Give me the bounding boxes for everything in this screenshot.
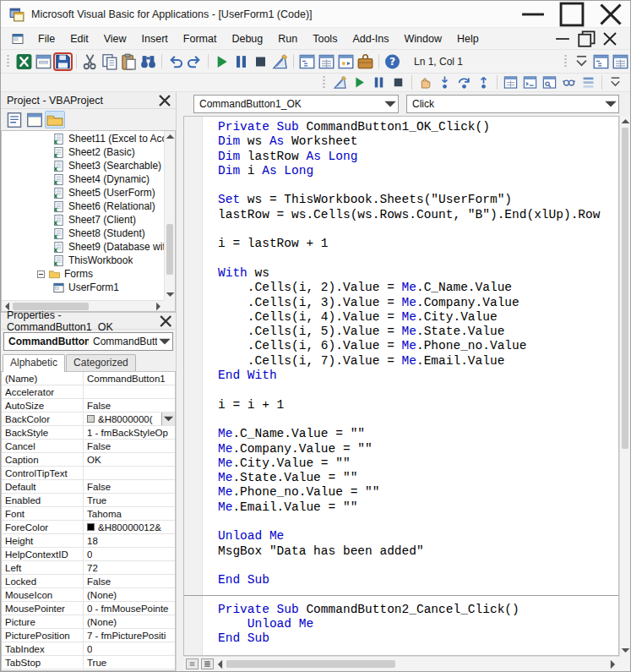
full-module-view-button[interactable] [201, 658, 214, 669]
watch-window-icon[interactable] [540, 74, 559, 90]
code-line[interactable] [203, 559, 618, 573]
minimize-button[interactable] [514, 1, 552, 27]
property-row[interactable]: AutoSizeFalse [2, 399, 175, 412]
code-editor[interactable]: Private Sub CommandButton1_OK_Click()Dim… [183, 116, 619, 656]
property-row[interactable]: CancelFalse [2, 440, 175, 453]
code-line[interactable] [203, 412, 618, 427]
run-icon[interactable] [212, 52, 231, 71]
code-vertical-scrollbar[interactable] [619, 116, 630, 656]
scrollbar-thumb[interactable] [226, 660, 395, 668]
quick-watch-icon[interactable] [559, 74, 579, 90]
tree-item[interactable]: Sheet5 (UserForm) [2, 186, 164, 199]
copy-icon[interactable] [100, 52, 119, 71]
property-value[interactable]: CommandButton1 [84, 372, 175, 385]
property-value[interactable]: 0 [84, 642, 175, 655]
design-mode-icon[interactable] [330, 74, 350, 90]
code-line[interactable]: Unload Me [203, 529, 618, 544]
close-properties-panel-button[interactable] [158, 314, 173, 329]
tree-item[interactable]: Sheet2 (Basic) [2, 145, 164, 159]
properties-window-icon[interactable] [611, 52, 630, 71]
menu-item-file[interactable]: File [30, 30, 63, 48]
toolbox-icon[interactable] [356, 52, 375, 71]
project-explorer-icon[interactable] [591, 52, 611, 71]
insert-userform-icon[interactable] [34, 52, 53, 71]
code-line[interactable]: .Cells(i, 4).Value = Me.City.Value [203, 310, 618, 325]
property-row[interactable]: TabIndex0 [2, 642, 175, 656]
property-row[interactable]: ForeColor&H80000012& [2, 521, 175, 534]
immediate-window-icon[interactable] [520, 74, 540, 90]
break-icon[interactable] [231, 52, 251, 71]
excel-icon[interactable] [14, 52, 34, 71]
scroll-right-icon[interactable] [607, 658, 619, 670]
view-code-button[interactable] [4, 111, 24, 128]
menu-item-tools[interactable]: Tools [305, 30, 345, 48]
menu-item-addins[interactable]: Add-Ins [345, 30, 396, 48]
reset-icon[interactable] [251, 52, 270, 71]
code-line[interactable] [203, 222, 618, 237]
maximize-button[interactable] [552, 1, 591, 27]
property-row[interactable]: (Name)CommandButton1 [2, 372, 175, 385]
property-value[interactable]: 7 - fmPicturePositi [84, 629, 175, 642]
code-line[interactable]: .Cells(i, 6).Value = Me.Phone_no.Value [203, 339, 618, 353]
help-icon[interactable]: ? [383, 52, 402, 71]
property-row[interactable]: DefaultFalse [2, 480, 175, 494]
code-line[interactable]: Me.Email.Value = "" [203, 500, 618, 515]
menu-item-insert[interactable]: Insert [134, 30, 176, 48]
object-browser-icon[interactable] [336, 52, 356, 71]
scrollbar-thumb[interactable] [166, 224, 173, 275]
property-row[interactable]: ControlTipText [2, 467, 175, 480]
menu-item-window[interactable]: Window [397, 30, 449, 48]
scroll-up-icon[interactable] [165, 131, 176, 142]
menu-item-help[interactable]: Help [449, 30, 487, 48]
step-out-icon[interactable] [474, 74, 493, 90]
code-line[interactable] [203, 383, 618, 397]
procedure-view-button[interactable] [186, 658, 199, 669]
dropdown-button[interactable] [161, 412, 175, 425]
scroll-down-icon[interactable] [620, 645, 631, 656]
close-button[interactable] [591, 1, 630, 27]
code-line[interactable]: Me.State.Value = "" [203, 471, 618, 485]
code-line[interactable] [203, 178, 618, 193]
breakpoint-margin[interactable] [184, 117, 203, 655]
step-over-icon[interactable] [454, 74, 474, 90]
property-value[interactable]: False [84, 480, 175, 493]
toolbar-grip[interactable] [6, 54, 10, 68]
tree-item[interactable]: Sheet9 (Database with [2, 240, 164, 254]
code-line[interactable]: Dim lastRow As Long [203, 150, 618, 164]
tree-item[interactable]: Forms [2, 267, 164, 281]
code-line[interactable]: Dim ws As Worksheet [203, 134, 618, 149]
property-value[interactable]: True [84, 656, 175, 669]
undo-icon[interactable] [166, 52, 185, 71]
property-row[interactable]: MouseIcon(None) [2, 588, 175, 602]
property-row[interactable]: LockedFalse [2, 575, 175, 588]
code-line[interactable]: End Sub [203, 631, 618, 646]
find-icon[interactable] [139, 52, 158, 71]
tree-item[interactable]: Sheet11 (Excel to Acc [2, 132, 164, 145]
property-value[interactable] [84, 467, 175, 479]
object-selector-dropdown[interactable]: CommandButton1_OK CommandButton [3, 332, 173, 351]
toolbar-grip[interactable] [322, 75, 326, 90]
property-value[interactable]: True [84, 494, 175, 506]
property-value[interactable]: False [84, 440, 175, 452]
property-row[interactable]: Accelerator [2, 385, 175, 399]
property-row[interactable]: HelpContextID0 [2, 548, 175, 561]
redo-icon[interactable] [185, 52, 204, 71]
project-explorer-icon[interactable] [297, 52, 317, 71]
code-line[interactable]: End Sub [203, 573, 618, 587]
toolbar-options-icon[interactable] [606, 74, 625, 90]
property-value[interactable]: (None) [84, 588, 175, 601]
toolbar-grip[interactable] [563, 54, 568, 68]
step-into-icon[interactable] [435, 74, 454, 90]
toolbar-options-icon[interactable] [572, 52, 591, 71]
property-value[interactable]: False [84, 399, 175, 412]
call-stack-icon[interactable] [579, 74, 598, 90]
property-row[interactable]: PicturePosition7 - fmPicturePositi [2, 629, 175, 642]
tab-alphabetic[interactable]: Alphabetic [3, 354, 65, 372]
code-horizontal-scrollbar[interactable] [183, 656, 619, 671]
cut-icon[interactable] [80, 52, 100, 71]
property-value[interactable]: 0 - fmMousePointe [84, 602, 175, 615]
property-value[interactable]: Tahoma [84, 507, 175, 520]
code-line[interactable] [203, 252, 618, 266]
code-line[interactable]: Set ws = ThisWorkbook.Sheets("UserForm") [203, 193, 618, 207]
mdi-minimize-button[interactable] [551, 30, 574, 48]
